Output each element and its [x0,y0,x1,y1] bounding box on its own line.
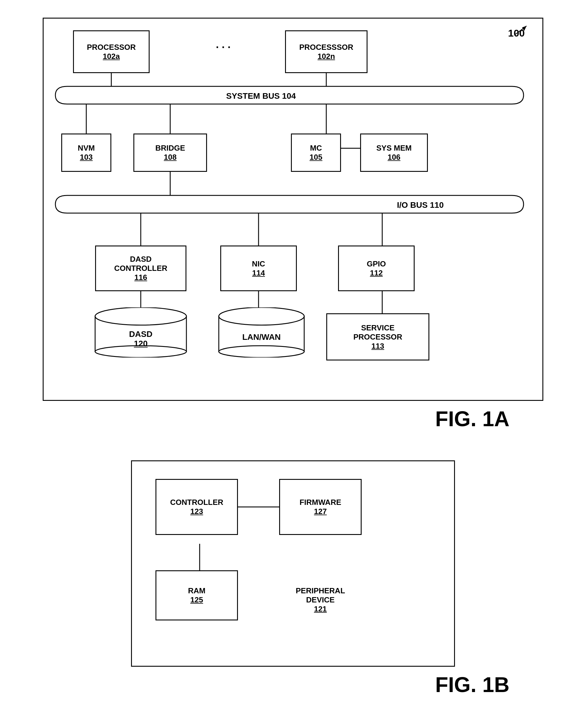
dasd-label: DASD [129,329,152,338]
dasd-ref: 120 [91,339,191,348]
ram-ref: 125 [190,595,203,604]
fig1a-diagram: 100 . . . SYSTEM BUS 104 [43,18,543,401]
nvm-label: NVM [78,144,95,153]
gpio-box: GPIO 112 [338,246,415,291]
firmware-label: FIRMWARE [299,498,341,507]
peripheral-device-area: PERIPHERALDEVICE 121 [279,573,362,626]
nic-ref: 114 [252,269,265,278]
nic-box: NIC 114 [220,246,297,291]
ref-100-label: 100 [508,27,525,39]
dasd-cylinder: DASD 120 [91,307,191,357]
gpio-label: GPIO [367,259,386,269]
peripheral-device-label: PERIPHERALDEVICE [296,586,345,604]
processor-n-label: PROCESSSOR [299,43,353,52]
svg-text:. . .: . . . [216,38,231,50]
fig1b-diagram: CONTROLLER 123 FIRMWARE 127 RAM 125 PERI… [131,460,455,667]
sysmem-box: SYS MEM 106 [360,133,428,172]
service-processor-ref: 113 [371,342,384,351]
ram-label: RAM [188,586,205,595]
processor-a-ref: 102a [103,52,120,61]
peripheral-device-ref: 121 [314,604,326,613]
gpio-ref: 112 [370,269,382,278]
mc-label: MC [310,144,322,153]
svg-text:I/O BUS 110: I/O BUS 110 [397,200,444,209]
controller-box: CONTROLLER 123 [156,479,238,535]
nic-label: NIC [252,259,265,269]
dasd-controller-ref: 116 [134,273,147,282]
fig1b-label: FIG. 1B [18,673,568,697]
svg-point-23 [95,307,186,325]
controller-ref: 123 [190,507,203,516]
svg-point-27 [219,346,304,357]
page: 100 . . . SYSTEM BUS 104 [0,0,586,728]
svg-text:SYSTEM BUS 104: SYSTEM BUS 104 [226,91,296,101]
mc-box: MC 105 [291,133,341,172]
lanwan-cylinder: LAN/WAN [214,307,309,357]
processor-a-box: PROCESSOR 102a [73,30,150,73]
lanwan-label: LAN/WAN [242,332,281,342]
bridge-ref: 108 [164,153,177,162]
controller-label: CONTROLLER [170,498,223,507]
sysmem-label: SYS MEM [376,144,412,153]
svg-point-26 [219,307,304,325]
sysmem-ref: 106 [388,153,400,162]
nvm-box: NVM 103 [61,133,111,172]
bridge-label: BRIDGE [155,144,185,153]
nvm-ref: 103 [80,153,92,162]
bridge-box: BRIDGE 108 [133,133,207,172]
dasd-controller-label: DASDCONTROLLER [114,255,167,273]
service-processor-box: SERVICEPROCESSOR 113 [326,313,429,360]
processor-n-ref: 102n [317,52,335,61]
ram-box: RAM 125 [156,570,238,621]
firmware-box: FIRMWARE 127 [279,479,362,535]
fig1a-label: FIG. 1A [18,407,568,431]
firmware-ref: 127 [314,507,326,516]
dasd-controller-box: DASDCONTROLLER 116 [95,246,186,291]
mc-ref: 105 [310,153,322,162]
service-processor-label: SERVICEPROCESSOR [353,323,402,342]
processor-a-label: PROCESSOR [87,43,136,52]
processor-n-box: PROCESSSOR 102n [285,30,368,73]
